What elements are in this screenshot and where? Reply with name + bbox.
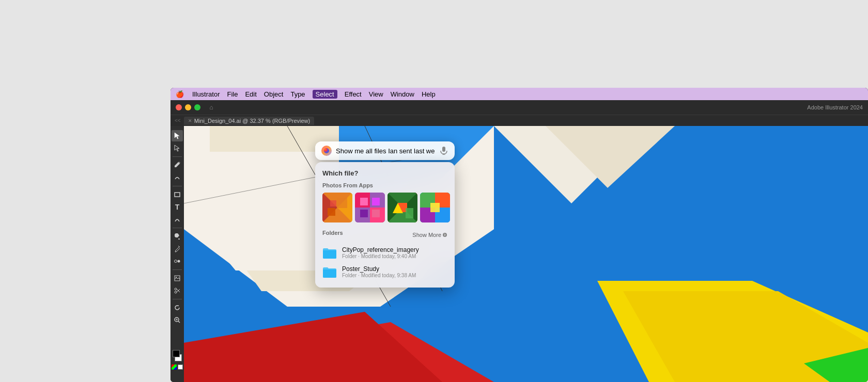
folders-section: Folders Show More xyxy=(322,230,447,280)
monitor: 🍎 Illustrator File Edit Object Type Sele… xyxy=(171,88,868,382)
svg-rect-43 xyxy=(360,198,368,205)
canvas-area: T xyxy=(171,126,868,382)
tool-image[interactable] xyxy=(172,273,183,284)
svg-point-30 xyxy=(324,148,329,153)
folder-2-name: Poster_Study xyxy=(342,265,416,273)
maximize-button[interactable] xyxy=(194,104,200,110)
tool-paint-bucket[interactable] xyxy=(172,231,183,242)
svg-line-12 xyxy=(178,321,180,323)
svg-rect-46 xyxy=(372,210,380,217)
svg-rect-58 xyxy=(430,203,440,212)
menu-illustrator[interactable]: Illustrator xyxy=(192,90,220,98)
svg-rect-1 xyxy=(175,193,180,197)
svg-rect-31 xyxy=(442,147,445,152)
window-controls xyxy=(176,104,200,110)
show-more-button[interactable]: Show More xyxy=(412,232,447,238)
svg-rect-39 xyxy=(337,198,347,208)
tool-separator-5 xyxy=(173,299,182,299)
color-mode-bw xyxy=(178,364,183,370)
color-mode-icons xyxy=(172,364,183,372)
folder-1-meta: Folder · Modified today, 9:40 AM xyxy=(342,253,419,259)
folder-icon-2 xyxy=(322,266,337,278)
svg-rect-37 xyxy=(330,200,336,206)
minimize-button[interactable] xyxy=(185,104,191,110)
menu-file[interactable]: File xyxy=(227,90,238,98)
folders-label: Folders xyxy=(322,230,343,236)
svg-rect-2 xyxy=(178,238,180,240)
tool-zoom[interactable] xyxy=(172,314,183,326)
svg-rect-52 xyxy=(406,208,413,218)
menu-view[interactable]: View xyxy=(369,90,383,98)
artwork-canvas xyxy=(184,126,868,382)
svg-point-4 xyxy=(178,260,180,263)
tool-scissors[interactable] xyxy=(172,285,183,296)
search-bar[interactable] xyxy=(315,141,455,160)
apple-menu[interactable]: 🍎 xyxy=(176,90,184,98)
menu-edit[interactable]: Edit xyxy=(245,90,256,98)
show-more-label: Show More xyxy=(412,232,441,238)
folders-header: Folders Show More xyxy=(322,230,447,240)
photo-thumb-4[interactable] xyxy=(420,193,450,222)
svg-point-3 xyxy=(175,260,177,263)
home-icon[interactable]: ⌂ xyxy=(207,103,216,112)
search-results-panel: Which file? Photos From Apps xyxy=(315,162,455,288)
tool-rectangle[interactable] xyxy=(172,189,183,200)
left-toolbar: T xyxy=(171,126,184,382)
photo-thumb-2[interactable] xyxy=(355,193,385,222)
svg-point-6 xyxy=(176,277,177,278)
tab-close-icon[interactable]: ✕ xyxy=(188,118,192,123)
svg-point-8 xyxy=(175,291,177,293)
search-input[interactable] xyxy=(336,147,435,155)
show-more-arrow-icon xyxy=(442,232,447,237)
tool-direct-select[interactable] xyxy=(172,142,183,154)
menu-effect[interactable]: Effect xyxy=(345,90,362,98)
tool-pen[interactable] xyxy=(172,160,183,171)
menu-type[interactable]: Type xyxy=(290,90,305,98)
tool-blend[interactable] xyxy=(172,256,183,267)
tool-eyedropper[interactable] xyxy=(172,243,183,254)
folder-2-meta: Folder · Modified today, 9:38 AM xyxy=(342,273,416,278)
color-mode-rgb xyxy=(172,364,177,370)
active-tab[interactable]: ✕ Mini_Design_04.ai @ 32.37 % (RGB/Previ… xyxy=(184,117,315,125)
color-swatches xyxy=(173,350,182,361)
title-bar: ⌂ Adobe Illustrator 2024 xyxy=(171,100,868,115)
menu-help[interactable]: Help xyxy=(422,90,436,98)
photos-grid xyxy=(322,193,447,222)
tool-rotate[interactable] xyxy=(172,302,183,313)
menu-items: Illustrator File Edit Object Type Select… xyxy=(192,90,436,99)
tool-arc[interactable] xyxy=(172,214,183,225)
app-version: Adobe Illustrator 2024 xyxy=(807,104,863,110)
tool-separator-4 xyxy=(173,269,182,270)
menu-select[interactable]: Select xyxy=(313,90,337,99)
search-overlay: Which file? Photos From Apps xyxy=(315,141,455,288)
svg-rect-38 xyxy=(328,208,335,216)
folder-item-1[interactable]: CityPop_reference_imagery Folder · Modif… xyxy=(322,244,447,261)
folder-item-2[interactable]: Poster_Study Folder · Modified today, 9:… xyxy=(322,263,447,280)
tab-filename: Mini_Design_04.ai @ 32.37 % (RGB/Preview… xyxy=(194,118,311,124)
svg-point-7 xyxy=(175,288,177,290)
tool-type[interactable]: T xyxy=(172,201,183,213)
close-button[interactable] xyxy=(176,104,182,110)
svg-rect-45 xyxy=(360,210,368,217)
tab-scroll-left[interactable]: << xyxy=(175,118,181,123)
folder-2-info: Poster_Study Folder · Modified today, 9:… xyxy=(342,265,416,278)
photo-thumb-1[interactable] xyxy=(322,193,352,222)
menu-object[interactable]: Object xyxy=(264,90,284,98)
photos-section-label: Photos From Apps xyxy=(322,182,447,188)
tab-bar: << ✕ Mini_Design_04.ai @ 32.37 % (RGB/Pr… xyxy=(171,115,868,126)
photo-thumb-3[interactable] xyxy=(388,193,417,222)
svg-point-59 xyxy=(443,233,447,237)
mic-icon[interactable] xyxy=(439,146,448,155)
folder-icon-1 xyxy=(322,247,337,259)
menu-bar: 🍎 Illustrator File Edit Object Type Sele… xyxy=(171,88,868,100)
tool-select[interactable] xyxy=(172,130,183,141)
tool-separator-2 xyxy=(173,186,182,186)
folder-1-info: CityPop_reference_imagery Folder · Modif… xyxy=(342,246,419,259)
menu-window[interactable]: Window xyxy=(391,90,414,98)
tool-curvature[interactable] xyxy=(172,172,183,183)
folder-1-name: CityPop_reference_imagery xyxy=(342,246,419,253)
foreground-color[interactable] xyxy=(173,350,180,357)
tool-separator-3 xyxy=(173,228,182,228)
siri-icon xyxy=(321,146,332,156)
results-prompt: Which file? xyxy=(322,169,447,177)
